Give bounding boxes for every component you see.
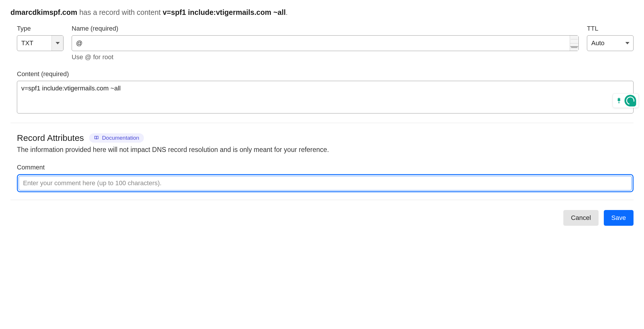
comment-label: Comment bbox=[17, 164, 634, 171]
comment-input-focus-ring bbox=[17, 174, 634, 192]
ttl-select-value: Auto bbox=[587, 36, 622, 51]
name-label: Name (required) bbox=[72, 25, 579, 32]
lightbulb-icon bbox=[615, 97, 623, 104]
ttl-label: TTL bbox=[587, 25, 634, 32]
ttl-select-button[interactable] bbox=[622, 36, 633, 51]
cancel-button[interactable]: Cancel bbox=[563, 210, 598, 226]
type-select-value: TXT bbox=[17, 36, 52, 51]
chevron-down-icon bbox=[56, 42, 60, 44]
header-domain: dmarcdkimspf.com bbox=[10, 8, 77, 16]
content-field-group: Content (required) bbox=[17, 70, 634, 115]
section-divider bbox=[10, 123, 634, 123]
chevron-down-icon bbox=[625, 42, 629, 44]
name-input[interactable] bbox=[72, 39, 570, 47]
triangle-down-icon bbox=[570, 46, 578, 48]
comment-input[interactable] bbox=[19, 176, 632, 190]
header-summary: dmarcdkimspf.com has a record with conte… bbox=[10, 8, 634, 17]
name-hint: Use @ for root bbox=[72, 53, 579, 61]
chat-icon bbox=[624, 95, 636, 106]
header-content-value: v=spf1 include:vtigermails.com ~all bbox=[163, 8, 285, 16]
attributes-description: The information provided here will not i… bbox=[17, 146, 634, 154]
documentation-label: Documentation bbox=[102, 135, 139, 141]
header-end: . bbox=[286, 8, 288, 16]
header-mid: has a record with content bbox=[77, 8, 163, 16]
attributes-header: Record Attributes Documentation bbox=[17, 133, 634, 143]
type-label: Type bbox=[17, 25, 63, 32]
help-widget[interactable] bbox=[613, 93, 639, 108]
attributes-title: Record Attributes bbox=[17, 133, 84, 143]
name-spinner bbox=[570, 36, 578, 51]
content-label: Content (required) bbox=[17, 70, 634, 78]
type-select[interactable]: TXT bbox=[17, 35, 63, 51]
triangle-up-icon bbox=[570, 39, 578, 39]
spinner-up-button[interactable] bbox=[570, 36, 578, 43]
save-button[interactable]: Save bbox=[604, 210, 634, 226]
book-icon bbox=[94, 135, 99, 141]
record-attributes-section: Record Attributes Documentation The info… bbox=[17, 133, 634, 192]
ttl-select[interactable]: Auto bbox=[587, 35, 634, 51]
name-field-group: Name (required) Use @ for root bbox=[72, 25, 579, 61]
ttl-field-group: TTL Auto bbox=[587, 25, 634, 61]
content-textarea[interactable] bbox=[17, 81, 634, 113]
type-field-group: Type TXT bbox=[17, 25, 63, 61]
section-divider bbox=[10, 200, 634, 200]
documentation-link[interactable]: Documentation bbox=[89, 133, 144, 143]
svg-rect-0 bbox=[618, 102, 620, 103]
record-form-row: Type TXT Name (required) Use @ for root … bbox=[17, 25, 634, 61]
spinner-down-button[interactable] bbox=[570, 43, 578, 51]
name-input-wrap bbox=[72, 35, 579, 51]
footer-actions: Cancel Save bbox=[10, 210, 634, 229]
type-select-button[interactable] bbox=[52, 36, 63, 51]
